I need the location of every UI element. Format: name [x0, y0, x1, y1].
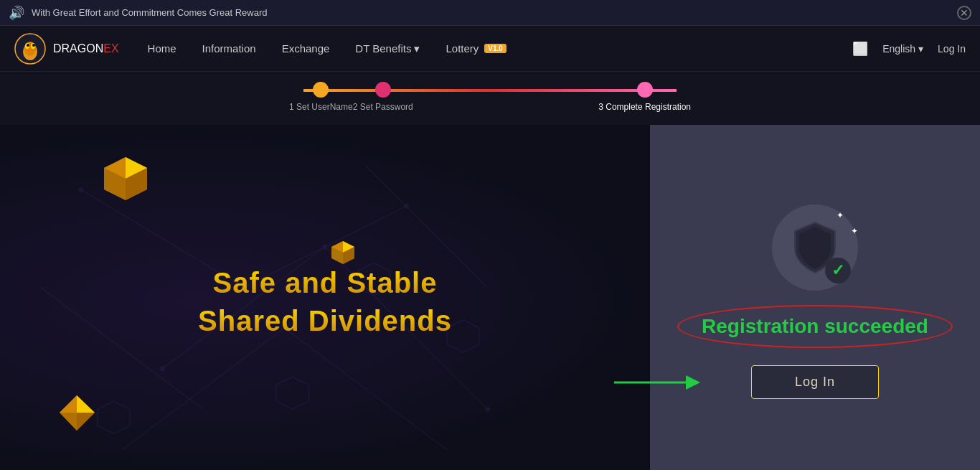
nav-information[interactable]: Information [202, 42, 256, 55]
success-oval: Registration succeeded [677, 305, 953, 348]
right-panel: ✓ ✦ ✦ Registration succeeded Log In [650, 125, 980, 470]
nav-exchange[interactable]: Exchange [282, 42, 330, 55]
svg-marker-21 [276, 377, 308, 409]
lottery-badge: V1.0 [484, 44, 507, 53]
gold-diamond [57, 393, 97, 436]
step-dot-3 [637, 82, 653, 98]
dragon-logo-icon [14, 33, 46, 65]
svg-marker-36 [60, 395, 77, 413]
svg-line-11 [122, 328, 284, 450]
login-area: Log In [672, 365, 958, 399]
stepper-step-3: 3 Complete Registration [598, 82, 691, 112]
stepper-step-2: 2 Set Password [353, 82, 413, 112]
shield-container: ✓ ✦ ✦ [772, 205, 858, 291]
svg-point-5 [27, 44, 29, 47]
logo-text: DRAGONEX [53, 42, 119, 55]
logo[interactable]: DRAGONEX [14, 33, 119, 65]
svg-point-6 [32, 44, 35, 47]
stepper-step-1: 1 Set UserName [289, 82, 353, 112]
notification-icon[interactable]: ⬜ [852, 41, 868, 57]
title-bar-text: With Great Effort and Commitment Comes G… [32, 7, 957, 18]
main-content: Safe and Stable Shared Dividends ✓ ✦ ✦ [0, 125, 980, 470]
speaker-icon: 🔊 [9, 5, 24, 21]
svg-marker-37 [77, 413, 95, 431]
svg-line-13 [41, 287, 203, 409]
nav-home[interactable]: Home [148, 42, 176, 55]
success-message: Registration succeeded [702, 315, 928, 338]
svg-marker-23 [98, 401, 130, 433]
hero-text: Safe and Stable Shared Dividends [198, 267, 452, 337]
navbar: DRAGONEX Home Information Exchange DT Be… [0, 26, 980, 72]
chevron-down-icon: ▾ [918, 43, 923, 55]
check-overlay: ✓ [825, 258, 851, 283]
step-label-2: 2 Set Password [353, 102, 413, 112]
login-button[interactable]: Log In [751, 365, 879, 399]
sparkle-1: ✦ [837, 210, 844, 220]
hero-line2: Shared Dividends [198, 305, 452, 337]
svg-marker-35 [77, 395, 95, 413]
language-selector[interactable]: English ▾ [882, 43, 923, 55]
svg-marker-40 [686, 375, 700, 390]
gold-cube-1 [100, 154, 151, 207]
nav-login-button[interactable]: Log In [938, 43, 966, 55]
chevron-down-icon: ▾ [414, 42, 420, 55]
svg-point-17 [404, 204, 409, 209]
step-label-1: 1 Set UserName [289, 102, 353, 112]
success-icon-area: ✓ ✦ ✦ [772, 205, 858, 291]
step-dot-1 [313, 82, 329, 98]
svg-point-15 [79, 187, 84, 192]
hero-line1: Safe and Stable [198, 267, 452, 299]
green-arrow-icon [614, 372, 700, 393]
stepper: 1 Set UserName 2 Set Password 3 Complete… [0, 72, 980, 125]
nav-right: ⬜ English ▾ Log In [852, 41, 966, 57]
nav-links: Home Information Exchange DT Benefits ▾ … [148, 42, 853, 55]
svg-marker-38 [60, 413, 77, 431]
step-label-3: 3 Complete Registration [598, 102, 691, 112]
nav-lottery[interactable]: Lottery V1.0 [446, 42, 506, 55]
gold-cube-2 [330, 240, 356, 268]
check-icon: ✓ [831, 261, 844, 280]
close-button[interactable]: ✕ [957, 6, 971, 20]
sparkle-2: ✦ [851, 226, 858, 236]
step-dot-2 [375, 82, 391, 98]
left-bg: Safe and Stable Shared Dividends [0, 125, 650, 470]
nav-dt-benefits[interactable]: DT Benefits ▾ [355, 42, 420, 55]
title-bar: 🔊 With Great Effort and Commitment Comes… [0, 0, 980, 26]
svg-point-19 [323, 244, 328, 249]
svg-point-20 [485, 407, 490, 412]
svg-point-18 [160, 366, 165, 371]
